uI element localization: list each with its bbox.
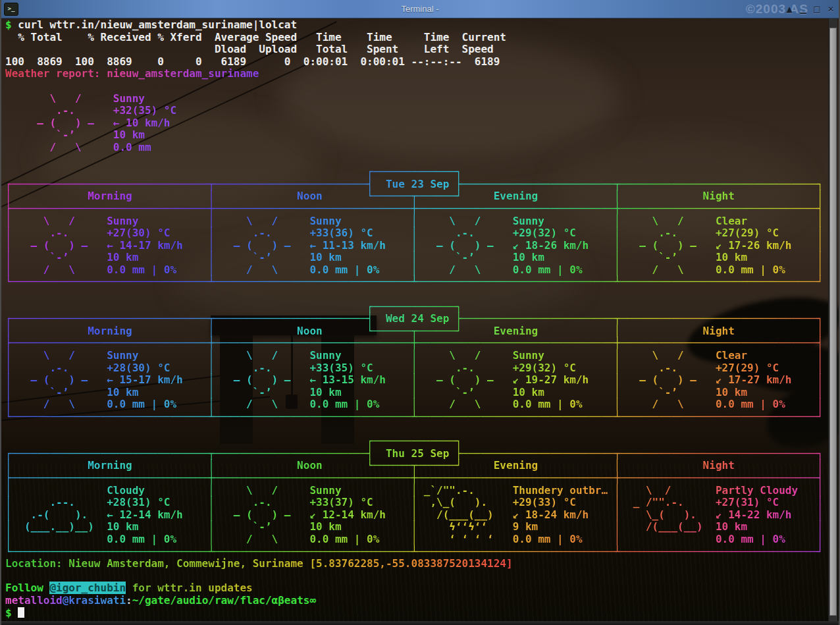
prompt-symbol: $: [5, 18, 18, 31]
forecast-table-day1: ┌─────────────┐ ┌───────────────────────…: [5, 166, 824, 288]
blank-line: [5, 154, 827, 167]
titlebar[interactable]: >_ Terminal - ©2003 AS ▲ ▁ □ ✕: [1, 0, 839, 18]
shell-prompt-input[interactable]: $: [5, 607, 24, 620]
scrollbar-thumb[interactable]: [829, 28, 837, 616]
prompt-user: metalloid: [5, 594, 63, 607]
window-bottom-border: [1, 621, 839, 625]
location-line: Location: Nieuw Amsterdam, Commewijne, S…: [5, 558, 513, 570]
forecast-table-day2: ┌─────────────┐ ┌───────────────────────…: [5, 301, 824, 423]
blank-line: [5, 570, 827, 583]
prompt-host: @krasiwati: [63, 594, 126, 607]
window-controls: ▲ ▁ □ ✕: [785, 0, 835, 18]
shell-prompt-path: metalloid@krasiwati:~/gate/audio/raw/fla…: [5, 595, 316, 607]
forecast-table-day3: ┌─────────────┐ ┌───────────────────────…: [5, 435, 824, 558]
text-cursor: [18, 607, 24, 618]
prompt-colon: :: [126, 594, 132, 607]
shade-button[interactable]: ▲: [785, 4, 794, 14]
prompt-symbol: $: [5, 607, 18, 619]
prompt-cwd: ~/gate/audio/raw/flac/αβeats∞: [132, 594, 316, 607]
blank-line: [5, 288, 827, 301]
follow-prefix: Follow: [5, 582, 49, 594]
curl-progress: % Total % Received % Xferd Average Speed…: [5, 32, 506, 68]
minimize-button[interactable]: ▁: [799, 4, 808, 14]
maximize-button[interactable]: □: [812, 4, 822, 14]
weather-report-header: Weather report: nieuw_amsterdam_suriname: [5, 68, 259, 80]
command-line: $ curl wttr.in/nieuw_amsterdam_suriname|…: [5, 19, 297, 32]
window-title: Terminal -: [1, 4, 839, 14]
close-button[interactable]: ✕: [826, 4, 835, 14]
blank-line: [5, 80, 827, 93]
twitter-handle: @igor_chubin: [49, 582, 126, 594]
follow-suffix: for wttr.in updates: [126, 582, 253, 594]
scrollbar-track[interactable]: [828, 18, 837, 621]
command-text: curl wttr.in/nieuw_amsterdam_suriname|lo…: [18, 18, 297, 31]
blank-line: [5, 423, 827, 436]
terminal-window: >_ Terminal - ©2003 AS ▲ ▁ □ ✕ $ curl wt…: [0, 0, 840, 625]
terminal-screen[interactable]: $ curl wttr.in/nieuw_amsterdam_suriname|…: [3, 18, 827, 621]
follow-line: Follow @igor_chubin for wttr.in updates: [5, 582, 253, 595]
current-conditions: \ / Sunny .-. +32(35) °C ― ( ) ― ← 10 km…: [5, 93, 176, 154]
